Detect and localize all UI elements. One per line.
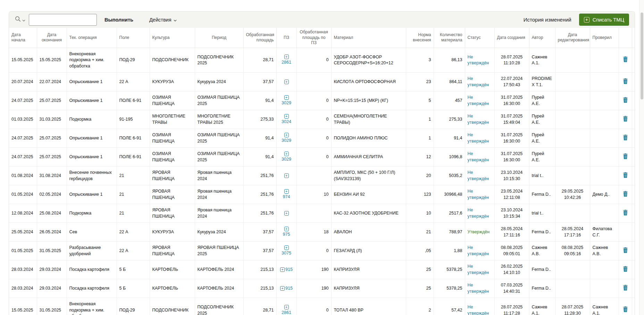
trash-icon (623, 174, 628, 179)
cell-pz-link[interactable]: +3029 (276, 148, 296, 167)
column-header-area[interactable]: Обработанная площадь (243, 28, 276, 48)
cell-period: Яровая пшеница 2024 (195, 185, 243, 204)
column-header-pz[interactable]: ПЗ (276, 28, 296, 48)
status-badge[interactable]: Не утверждён (468, 151, 489, 162)
status-badge[interactable]: Не утверждён (468, 132, 489, 144)
cell-quantity: 5035,2 (434, 167, 465, 185)
cell-pz-link[interactable]: +3029 (276, 91, 296, 110)
delete-button[interactable] (623, 210, 628, 217)
cell-pz-link[interactable]: +975 (276, 223, 296, 242)
delete-button[interactable] (623, 116, 628, 123)
column-header-operation[interactable]: Тех. операция (67, 28, 117, 48)
cell-culture: ПОДСОЛНЕЧНИК (150, 48, 195, 73)
status-badge[interactable]: Не утверждён (468, 95, 489, 106)
delete-button[interactable] (623, 306, 628, 313)
column-header-field[interactable]: Поле (117, 28, 150, 48)
cell-spacer (632, 260, 635, 279)
actions-menu-button[interactable]: Действия (149, 17, 177, 23)
delete-button[interactable] (623, 172, 628, 179)
cell-pz-link[interactable]: +974 (276, 185, 296, 204)
status-badge[interactable]: Не утверждён (468, 114, 489, 125)
column-header-actions (619, 28, 632, 48)
search-input[interactable] (29, 14, 97, 26)
cell-author: Пурей А.Е. (529, 110, 555, 129)
cell-culture: ЯРОВАЯ ПШЕНИЦА (150, 242, 195, 260)
cell-pz-link[interactable]: +915 (276, 260, 296, 279)
status-badge[interactable]: Не утверждён (468, 245, 489, 256)
cell-checked (590, 48, 619, 73)
status-badge[interactable]: Не утверждён (468, 283, 489, 294)
column-header-status[interactable]: Статус (465, 28, 494, 48)
cell-pz-link[interactable]: + (276, 167, 296, 185)
column-header-period[interactable]: Период (195, 28, 243, 48)
trash-icon (623, 211, 628, 217)
scrollbar-thumb[interactable] (641, 13, 643, 99)
search-options-button[interactable] (15, 16, 25, 24)
trash-icon (623, 268, 628, 273)
chevron-down-icon (174, 17, 177, 23)
status-badge[interactable]: Не утверждён (468, 305, 489, 315)
status-badge[interactable]: Утверждён (468, 229, 490, 234)
delete-button[interactable] (623, 56, 628, 63)
cell-pz-link[interactable]: +915 (276, 279, 296, 298)
cell-material: КАПРИЗУЛЯ (331, 260, 406, 279)
status-badge[interactable]: Не утверждён (468, 189, 489, 200)
cell-spacer (632, 129, 635, 148)
cell-status: Не утверждён (465, 110, 494, 129)
cell-end-date: 25.08.2024 (37, 204, 67, 223)
delete-button[interactable] (623, 247, 628, 254)
cell-checked (590, 167, 619, 185)
column-header-created[interactable]: Дата создания (494, 28, 529, 48)
writeoff-tmc-button[interactable]: + Списать ТМЦ (579, 14, 629, 26)
delete-button[interactable] (623, 191, 628, 198)
column-header-area-by-pz[interactable]: Обработанная площадь по ПЗ (296, 28, 331, 48)
cell-created: 31.07.2025 16:30:00 (494, 148, 529, 167)
cell-pz-link[interactable]: +2861 (276, 298, 296, 315)
delete-button[interactable] (623, 153, 628, 160)
cell-pz-link[interactable]: +3024 (276, 110, 296, 129)
cell-pz-link[interactable]: + (276, 73, 296, 91)
status-badge[interactable]: Не утверждён (468, 76, 489, 87)
cell-pz-link[interactable]: +3029 (276, 129, 296, 148)
cell-quantity: 275,33 (434, 110, 465, 129)
cell-culture: КУКУРУЗА (150, 223, 195, 242)
cell-spacer (632, 110, 635, 129)
status-badge[interactable]: Не утверждён (468, 170, 489, 181)
cell-operation: Внекорневая подкормка + хим. обработка (67, 48, 117, 73)
table-header: Дата началаДата окончанияТех. операцияПо… (9, 28, 635, 48)
cell-operation: Опрыскивание 1 (67, 185, 117, 204)
delete-button[interactable] (623, 285, 628, 292)
column-header-quantity[interactable]: Количество материала (434, 28, 465, 48)
trash-icon (623, 58, 628, 63)
status-badge[interactable]: Не утверждён (468, 208, 489, 219)
table-row: 24.07.202525.07.2025Опрыскивание 1ПОЛЕ 6… (9, 91, 635, 110)
cell-pz-link[interactable]: +2861 (276, 48, 296, 73)
delete-button[interactable] (623, 135, 628, 142)
column-header-rate[interactable]: Норма внесения (406, 28, 434, 48)
delete-button[interactable] (623, 78, 628, 85)
delete-button[interactable] (623, 266, 628, 273)
column-header-culture[interactable]: Культура (150, 28, 195, 48)
column-header-end-date[interactable]: Дата окончания (37, 28, 67, 48)
cell-end-date: 31.05.2025 (37, 242, 67, 260)
column-header-start-date[interactable]: Дата начала (9, 28, 37, 48)
cell-pz-link[interactable]: +3075 (276, 242, 296, 260)
column-header-checked[interactable]: Проверил (590, 28, 619, 48)
cell-author: Ferma D.. (529, 260, 555, 279)
vertical-scrollbar[interactable] (639, 0, 644, 315)
status-badge[interactable]: Не утверждён (468, 264, 489, 275)
cell-operation: Внесение почвенных гербицидов (67, 167, 117, 185)
column-header-material[interactable]: Материал (331, 28, 406, 48)
cell-author: Ferma D.. (529, 185, 555, 204)
status-badge[interactable]: Не утверждён (468, 55, 489, 66)
cell-pz-link[interactable]: + (276, 204, 296, 223)
cell-end-date: 31.08.2024 (37, 167, 67, 185)
column-header-edited[interactable]: Дата редактирования (555, 28, 590, 48)
column-header-author[interactable]: Автор (529, 28, 555, 48)
delete-button[interactable] (623, 97, 628, 104)
go-button[interactable]: Выполнить (104, 17, 133, 23)
cell-area-by-pz (296, 204, 331, 223)
history-button[interactable]: История изменений (524, 17, 571, 23)
cell-checked (590, 279, 619, 298)
table-row: 24.07.202525.07.2025Опрыскивание 1ПОЛЕ 6… (9, 148, 635, 167)
